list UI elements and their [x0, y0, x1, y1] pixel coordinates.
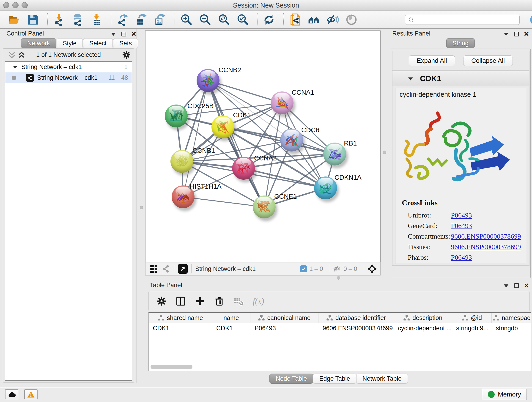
tab-network-table[interactable]: Network Table	[356, 374, 408, 384]
create-column-plus-icon[interactable]	[195, 296, 205, 306]
table-row[interactable]: CDK1CDK1P064939606.ENSP00000378699cyclin…	[149, 323, 531, 333]
hidden-eye-icon[interactable]	[333, 265, 341, 273]
birds-eye-view-button[interactable]	[178, 264, 188, 274]
crosslink-value[interactable]: 9606.ENSP00000378699	[451, 243, 521, 251]
graph-node-CDK1[interactable]	[211, 115, 234, 138]
table-cell-namespac[interactable]: stringdb	[492, 323, 531, 333]
share-session-file-button[interactable]	[289, 13, 302, 27]
crosslink-value[interactable]: P06493	[451, 222, 472, 230]
crosslinks-list: Uniprot:P06493GeneCard:P06493Compartment…	[408, 210, 524, 263]
save-session-button[interactable]	[27, 13, 39, 27]
inactive-sphere-button[interactable]	[345, 13, 358, 27]
table-h-scrollbar[interactable]	[151, 365, 192, 369]
export-network-button[interactable]	[116, 13, 129, 27]
show-columns-icon[interactable]	[176, 296, 186, 306]
tab-edge-table[interactable]: Edge Table	[313, 374, 356, 384]
import-network-file-button[interactable]	[53, 13, 65, 27]
crosslink-value[interactable]: P06493	[451, 211, 472, 219]
graph-node-CCNB2[interactable]	[196, 69, 220, 92]
crosslink-value[interactable]: P06493	[451, 254, 472, 261]
graph-node-RB1[interactable]	[323, 143, 346, 166]
grid-view-icon[interactable]	[150, 265, 157, 273]
left-splitter-handle[interactable]	[140, 206, 143, 209]
graph-node-CCNE1[interactable]	[253, 196, 276, 218]
tab-node-table[interactable]: Node Table	[269, 374, 313, 384]
table-options-gear-icon[interactable]	[157, 296, 167, 306]
panel-menu-icon[interactable]	[110, 31, 116, 37]
network-row-selected[interactable]: String Network – cdk1 11 48	[5, 72, 132, 83]
table-cell-canonical-name[interactable]: P06493	[250, 323, 318, 333]
zoom-selected-button[interactable]	[236, 13, 249, 27]
apply-layout-button[interactable]	[263, 13, 275, 27]
column-header-namespac[interactable]: namespac	[492, 313, 531, 323]
zoom-fit-button[interactable]	[218, 13, 230, 27]
graph-node-CDC25B[interactable]	[165, 104, 188, 128]
column-header-database-identifier[interactable]: database identifier	[318, 313, 394, 323]
tab-string[interactable]: String	[446, 38, 475, 48]
node-structure-thumbnail	[165, 104, 188, 128]
export-table-button[interactable]	[135, 13, 148, 27]
bottom-splitter-handle[interactable]	[337, 276, 340, 280]
panel-close-icon[interactable]: ×	[524, 283, 529, 288]
crosslink-label: Tissues:	[408, 243, 451, 251]
delete-column-trash-icon[interactable]	[214, 296, 224, 306]
search-field-wrap	[405, 15, 520, 25]
cloud-button[interactable]	[5, 389, 18, 399]
share-view-icon[interactable]	[162, 264, 171, 273]
tab-network[interactable]: Network	[21, 38, 56, 48]
export-image-button[interactable]	[154, 13, 167, 27]
panel-float-icon[interactable]	[121, 32, 126, 36]
memory-button[interactable]: Memory	[482, 389, 527, 400]
expand-all-button[interactable]: Expand All	[409, 56, 455, 66]
panel-close-icon[interactable]: ×	[131, 31, 136, 37]
tab-select[interactable]: Select	[83, 38, 113, 48]
help-button[interactable]: ?	[530, 14, 532, 26]
network-options-gear-icon[interactable]	[122, 51, 131, 59]
string-home-button[interactable]	[307, 13, 320, 27]
panel-float-icon[interactable]	[514, 32, 519, 36]
collapse-all-button[interactable]: Collapse All	[463, 56, 513, 66]
column-header-shared-name[interactable]: shared name	[149, 313, 212, 323]
collection-expand-icon[interactable]	[13, 65, 18, 70]
hide-panels-button[interactable]	[326, 13, 339, 27]
graph-node-CCNA2[interactable]	[232, 157, 255, 180]
table-cell--id[interactable]: stringdb:9...	[452, 323, 492, 333]
import-table-file-button[interactable]	[90, 13, 103, 27]
section-collapse-icon[interactable]	[408, 76, 413, 82]
zoom-out-button[interactable]	[199, 13, 212, 27]
network-view-canvas[interactable]: CCNB2CCNA1CDC25BCDK1CDC6RB1CCNB1CCNA2CDK…	[145, 31, 380, 262]
search-input[interactable]	[405, 15, 520, 25]
crosshair-icon[interactable]	[367, 264, 377, 274]
zoom-in-button[interactable]	[180, 13, 193, 27]
tab-sets[interactable]: Sets	[113, 38, 138, 48]
cdk1-section-header[interactable]: CDK1	[393, 71, 529, 86]
graph-node-CCNA1[interactable]	[271, 91, 293, 114]
table-cell-shared-name[interactable]: CDK1	[149, 323, 212, 333]
network-collection-row[interactable]: String Network – cdk1 1	[5, 62, 132, 72]
graph-edge-CCNB2-HIST1H1A[interactable]	[183, 80, 208, 197]
column-header-name[interactable]: name	[212, 313, 250, 323]
crosslink-value[interactable]: 9606.ENSP00000378699	[451, 232, 521, 240]
tab-style[interactable]: Style	[57, 38, 83, 48]
column-header-canonical-name[interactable]: canonical name	[250, 313, 318, 323]
panel-menu-icon[interactable]	[503, 31, 509, 37]
right-splitter-handle[interactable]	[383, 151, 386, 154]
graph-edge-CCNE1-HIST1H1A[interactable]	[183, 197, 264, 207]
network-view-toolbar: String Network – cdk1 1 – 0 0 – 0	[145, 262, 380, 275]
selected-checkbox[interactable]	[300, 265, 307, 272]
panel-close-icon[interactable]: ×	[524, 31, 529, 37]
section-gene-name: CDK1	[420, 74, 441, 83]
graph-node-CCNB1[interactable]	[171, 150, 193, 173]
graph-node-CDC6[interactable]	[280, 128, 303, 152]
column-header-description[interactable]: description	[394, 313, 452, 323]
graph-node-CDKN1A[interactable]	[314, 177, 337, 199]
panel-float-icon[interactable]	[514, 283, 519, 288]
table-cell-name[interactable]: CDK1	[212, 323, 250, 333]
column-header--id[interactable]: @id	[452, 313, 492, 323]
table-cell-database-identifier[interactable]: 9606.ENSP00000378699	[318, 323, 394, 333]
import-network-database-button[interactable]	[71, 13, 84, 27]
warning-button[interactable]	[24, 389, 38, 399]
open-session-button[interactable]	[8, 13, 21, 27]
table-cell-description[interactable]: cyclin-dependent ...	[394, 323, 452, 333]
panel-menu-icon[interactable]	[503, 283, 509, 288]
